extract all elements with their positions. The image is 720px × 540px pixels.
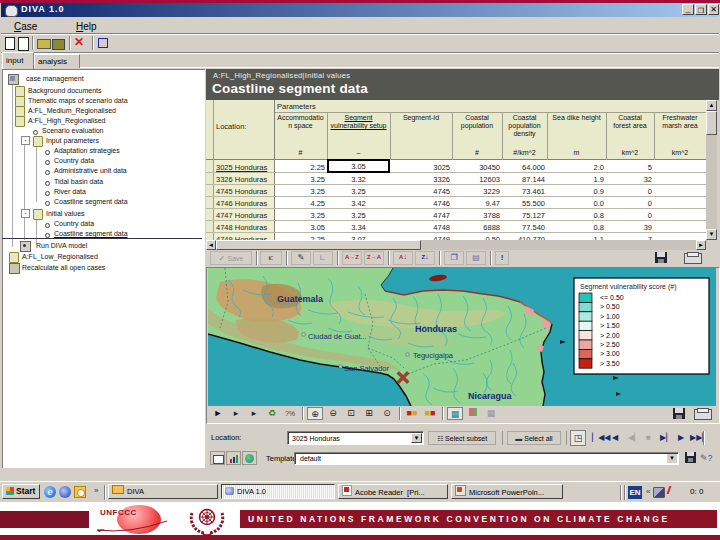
svg-text:Guatemala: Guatemala [277, 294, 324, 304]
svg-text:Ciudad de Guat...: Ciudad de Guat... [308, 332, 367, 341]
svg-text:> 1.00: > 1.00 [600, 313, 620, 320]
svg-text:> 1.50: > 1.50 [600, 322, 620, 329]
svg-text:Nicaragua: Nicaragua [468, 391, 513, 401]
svg-text:Tegucigalpa: Tegucigalpa [413, 351, 454, 360]
svg-text:> 3.50: > 3.50 [600, 360, 620, 367]
svg-text:Segment vulnerability score (#: Segment vulnerability score (#) [580, 283, 677, 291]
svg-text:Honduras: Honduras [415, 324, 457, 334]
svg-text:> 2.00: > 2.00 [600, 332, 620, 339]
svg-text:> 0.50: > 0.50 [600, 303, 620, 310]
svg-text:San Salvador: San Salvador [344, 364, 390, 373]
svg-text:<= 0.50: <= 0.50 [600, 294, 624, 301]
svg-text:> 3.00: > 3.00 [600, 350, 620, 357]
svg-text:> 2.50: > 2.50 [600, 341, 620, 348]
